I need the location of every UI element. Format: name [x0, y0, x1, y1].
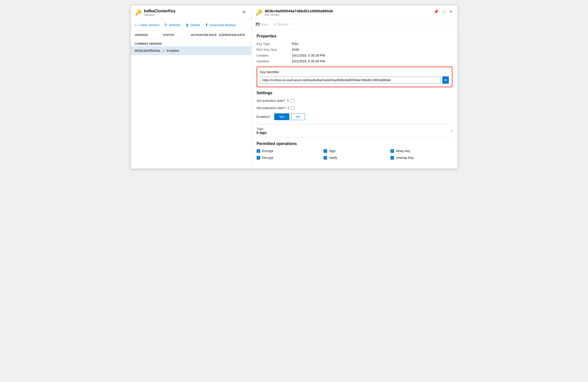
- left-panel-subtitle: Versions: [144, 13, 176, 16]
- unwrap-key-checkbox[interactable]: [390, 156, 394, 160]
- left-toolbar: + + New Version ↻ Refresh 🗑 Delete ⬇ Dow…: [131, 19, 251, 31]
- discard-label: Discard: [277, 22, 288, 26]
- enabled-yes-button[interactable]: Yes: [274, 113, 289, 120]
- left-panel-close-button[interactable]: ✕: [241, 9, 247, 15]
- discard-icon: ✕: [273, 22, 276, 26]
- checkmark-icon: ✓: [163, 49, 166, 53]
- enabled-label: Enabled?: [257, 115, 270, 119]
- key-identifier-input[interactable]: [260, 77, 441, 84]
- key-identifier-label: Key Identifier: [260, 70, 449, 74]
- encrypt-checkbox[interactable]: [257, 149, 260, 153]
- maximize-button[interactable]: □: [442, 9, 446, 15]
- table-header: VERSION STATUS ACTIVATION DATE EXPIRATIO…: [131, 31, 251, 39]
- rsa-key-size-value: 2048: [292, 48, 299, 52]
- col-activation-date: ACTIVATION DATE: [191, 33, 219, 36]
- settings-section-title: Settings: [257, 91, 452, 95]
- key-identifier-input-row: ⧉: [260, 76, 449, 84]
- tags-row[interactable]: Tags 0 tags ›: [257, 124, 452, 137]
- refresh-label: Refresh: [169, 23, 180, 27]
- decrypt-checkbox[interactable]: [257, 156, 260, 160]
- download-icon: ⬇: [205, 23, 208, 27]
- key-type-label: Key Type: [257, 42, 292, 46]
- right-panel: 🔑 863bc8a095044a748bdb110650a890ab Key V…: [252, 5, 457, 169]
- unwrap-key-label: Unwrap Key: [396, 156, 414, 160]
- updated-row: Updated 10/1/2018, 5:30:29 PM: [257, 59, 452, 63]
- op-verify: Verify: [324, 156, 385, 160]
- current-version-label: CURRENT VERSION: [131, 39, 251, 46]
- save-label: Save: [261, 22, 268, 26]
- rsa-key-size-row: RSA Key Size 2048: [257, 48, 452, 52]
- updated-value: 10/1/2018, 5:30:29 PM: [292, 59, 325, 63]
- expiration-date-label: Set expiration date?: [257, 106, 286, 110]
- refresh-icon: ↻: [164, 23, 168, 27]
- discard-button[interactable]: ✕ Discard: [273, 21, 288, 27]
- right-panel-close-button[interactable]: ✕: [448, 9, 453, 15]
- activation-date-info-icon: ℹ: [287, 99, 289, 103]
- col-version: VERSION: [135, 33, 163, 36]
- properties-section-title: Properties: [257, 34, 452, 38]
- download-backup-label: Download Backup: [210, 23, 236, 27]
- op-wrap-key: Wrap Key: [390, 149, 452, 153]
- delete-label: Delete: [190, 23, 200, 27]
- activation-date-checkbox[interactable]: [291, 99, 294, 103]
- rsa-key-size-label: RSA Key Size: [257, 48, 292, 52]
- permitted-operations-grid: Encrypt Sign Wrap Key Decrypt Verif: [257, 149, 452, 160]
- tags-count: 0 tags: [257, 131, 267, 135]
- tags-text: Tags 0 tags: [257, 127, 267, 135]
- created-row: Created 10/1/2018, 5:30:29 PM: [257, 54, 452, 57]
- right-panel-title: 863bc8a095044a748bdb110650a890ab: [265, 9, 333, 13]
- right-panel-subtitle: Key Version: [265, 13, 333, 16]
- row-status-text: Enabled: [167, 49, 179, 53]
- created-label: Created: [257, 54, 292, 57]
- key-type-row: Key Type RSA: [257, 42, 452, 46]
- pin-button[interactable]: 📌: [433, 9, 440, 15]
- tags-label: Tags: [257, 127, 267, 131]
- updated-label: Updated: [257, 59, 292, 63]
- op-decrypt: Decrypt: [257, 156, 319, 160]
- right-toolbar: 💾 Save ✕ Discard: [252, 19, 457, 30]
- delete-icon: 🗑: [185, 23, 189, 27]
- row-status: ✓ Enabled: [163, 49, 191, 53]
- download-backup-button[interactable]: ⬇ Download Backup: [205, 22, 236, 28]
- tags-chevron-icon: ›: [451, 128, 452, 133]
- left-panel-header: 🔑 kafkaClusterKey Versions ✕: [131, 5, 251, 19]
- decrypt-label: Decrypt: [262, 156, 273, 160]
- expiration-date-checkbox[interactable]: [291, 106, 294, 110]
- right-panel-header: 🔑 863bc8a095044a748bdb110650a890ab Key V…: [252, 5, 457, 19]
- enabled-row: Enabled? Yes No: [257, 113, 452, 120]
- right-header-icons: 📌 □ ✕: [433, 9, 453, 15]
- save-icon: 💾: [256, 22, 260, 26]
- new-version-label: + New Version: [138, 23, 159, 27]
- copy-key-identifier-button[interactable]: ⧉: [442, 76, 449, 84]
- new-version-button[interactable]: + + New Version: [135, 22, 160, 28]
- wrap-key-checkbox[interactable]: [390, 149, 394, 153]
- wrap-key-label: Wrap Key: [396, 149, 410, 153]
- created-value: 10/1/2018, 5:30:29 PM: [292, 54, 325, 57]
- save-button[interactable]: 💾 Save: [256, 21, 268, 27]
- sign-checkbox[interactable]: [324, 149, 327, 153]
- verify-checkbox[interactable]: [324, 156, 327, 160]
- op-unwrap-key: Unwrap Key: [390, 156, 452, 160]
- left-panel: 🔑 kafkaClusterKey Versions ✕ + + New Ver…: [131, 5, 252, 169]
- activation-date-label: Set activation date?: [257, 99, 285, 103]
- copy-icon: ⧉: [444, 78, 447, 82]
- refresh-button[interactable]: ↻ Refresh: [164, 22, 180, 28]
- table-row[interactable]: 863bc8a095044a... ✓ Enabled: [131, 46, 251, 55]
- right-content: Properties Key Type RSA RSA Key Size 204…: [252, 30, 457, 169]
- col-expiration-date: EXPIRATION DATE: [219, 33, 247, 36]
- sign-label: Sign: [329, 149, 336, 153]
- row-version: 863bc8a095044a...: [135, 49, 163, 53]
- plus-icon: +: [135, 23, 137, 27]
- verify-label: Verify: [329, 156, 337, 160]
- left-panel-title: kafkaClusterKey: [144, 9, 176, 13]
- permitted-operations-title: Permitted operations: [257, 141, 452, 146]
- op-sign: Sign: [324, 149, 385, 153]
- key-identifier-box: Key Identifier ⧉: [257, 67, 452, 87]
- key-type-value: RSA: [292, 42, 299, 46]
- delete-button[interactable]: 🗑 Delete: [185, 22, 200, 28]
- key-icon-right: 🔑: [256, 9, 262, 16]
- col-status: STATUS: [163, 33, 191, 36]
- encrypt-label: Encrypt: [262, 149, 273, 153]
- enabled-no-button[interactable]: No: [291, 113, 305, 120]
- op-encrypt: Encrypt: [257, 149, 319, 153]
